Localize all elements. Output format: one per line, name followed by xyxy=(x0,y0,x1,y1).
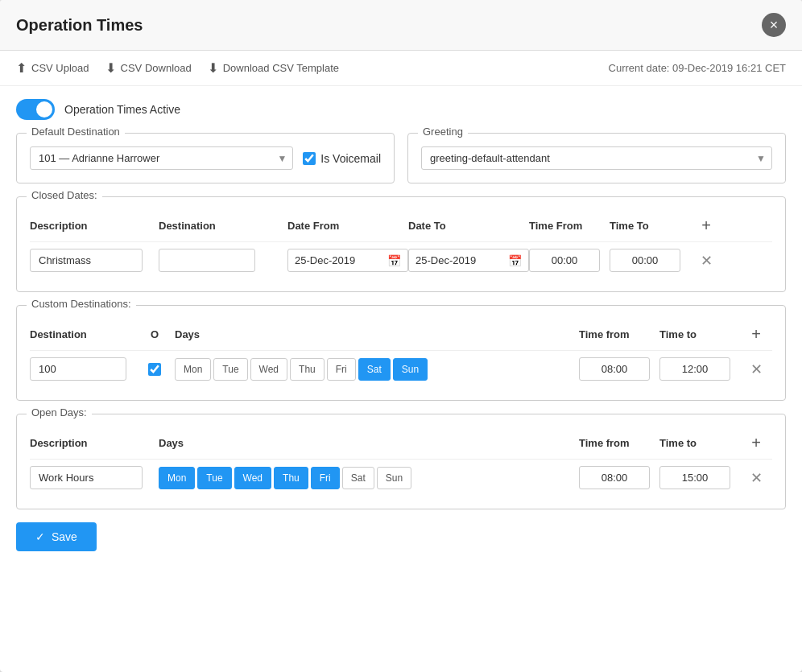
remove-closed-date-button[interactable]: ✕ xyxy=(697,252,716,270)
cd-time-from-input[interactable] xyxy=(579,357,650,381)
default-destination-content: 101 — Adrianne Harrower ▼ Is Voicemail xyxy=(17,134,394,183)
greeting-content: greeting-default-attendant ▼ xyxy=(408,134,785,183)
cd-day-sat[interactable]: Sat xyxy=(358,358,391,381)
cd-dest-cell xyxy=(30,357,134,381)
od-day-tue[interactable]: Tue xyxy=(197,467,231,489)
add-custom-destination-button[interactable]: + xyxy=(748,325,764,344)
od-day-sun[interactable]: Sun xyxy=(377,467,411,489)
modal-header: Operation Times × xyxy=(0,0,802,51)
toolbar-left: ⬆ CSV Upload ⬇ CSV Download ⬇ Download C… xyxy=(16,60,339,76)
od-time-from-cell xyxy=(579,466,659,489)
closed-date-remove-cell: ✕ xyxy=(690,252,722,270)
od-time-to-input[interactable] xyxy=(659,466,730,489)
od-day-wed[interactable]: Wed xyxy=(234,467,271,489)
download-icon: ⬇ xyxy=(105,60,116,76)
od-time-to-cell xyxy=(659,466,740,489)
od-day-sat[interactable]: Sat xyxy=(342,467,374,489)
add-open-day-button[interactable]: + xyxy=(748,434,764,452)
toggle-label: Operation Times Active xyxy=(64,103,180,116)
download-csv-template-button[interactable]: ⬇ Download CSV Template xyxy=(208,60,339,76)
closed-date-from-picker: 📅 xyxy=(287,249,408,272)
od-description-input[interactable] xyxy=(30,466,143,489)
closed-dates-section: Closed Dates: Description Destination Da… xyxy=(16,196,786,292)
open-days-header: Description Days Time from Time to + xyxy=(30,427,772,460)
closed-date-to-cell: 📅 xyxy=(408,249,529,272)
closed-dates-row: 📅 📅 xyxy=(30,242,772,278)
closed-date-to-input[interactable] xyxy=(415,253,505,268)
is-voicemail-checkbox[interactable] xyxy=(303,152,316,165)
closed-date-destination-cell xyxy=(159,249,287,272)
closed-date-from-input[interactable] xyxy=(295,253,384,268)
greeting-select[interactable]: greeting-default-attendant xyxy=(421,146,772,170)
add-closed-date-button[interactable]: + xyxy=(698,216,714,235)
is-voicemail-row: Is Voicemail xyxy=(303,152,381,165)
cd-col-add: + xyxy=(740,325,772,344)
custom-destinations-section: Custom Destinations: Destination O Days … xyxy=(16,305,786,401)
closed-date-description-cell xyxy=(30,249,159,272)
operation-times-toggle[interactable] xyxy=(16,99,55,120)
cd-o-cell xyxy=(134,363,175,376)
csv-download-button[interactable]: ⬇ CSV Download xyxy=(105,60,192,76)
calendar-to-icon[interactable]: 📅 xyxy=(508,254,522,267)
closed-date-to-picker: 📅 xyxy=(408,249,529,272)
od-time-from-input[interactable] xyxy=(579,466,650,489)
calendar-icon[interactable]: 📅 xyxy=(387,254,401,267)
custom-dest-row: Mon Tue Wed Thu Fri Sat Sun xyxy=(30,351,772,387)
cd-col-o: O xyxy=(134,328,175,340)
cd-days-cell: Mon Tue Wed Thu Fri Sat Sun xyxy=(175,358,579,381)
od-col-add: + xyxy=(740,434,772,452)
od-day-fri[interactable]: Fri xyxy=(311,467,340,489)
closed-time-to-input[interactable] xyxy=(610,249,680,272)
od-day-mon[interactable]: Mon xyxy=(159,467,195,489)
cd-day-fri[interactable]: Fri xyxy=(327,358,356,381)
current-date: Current date: 09-Dec-2019 16:21 CET xyxy=(609,62,786,74)
open-days-content: Description Days Time from Time to + xyxy=(17,414,785,509)
closed-date-description-input[interactable] xyxy=(30,249,143,272)
cd-day-mon[interactable]: Mon xyxy=(175,358,211,381)
closed-dates-content: Description Destination Date From Date T… xyxy=(17,197,785,291)
od-col-time-from: Time from xyxy=(579,437,659,449)
cd-col-time-from: Time from xyxy=(579,328,659,340)
cd-day-wed[interactable]: Wed xyxy=(250,358,287,381)
cd-destination-input[interactable] xyxy=(30,357,126,381)
od-col-days: Days xyxy=(159,437,579,449)
default-destination-select[interactable]: 101 — Adrianne Harrower xyxy=(30,146,293,170)
save-label: Save xyxy=(52,530,77,543)
greeting-select-wrapper: greeting-default-attendant ▼ xyxy=(421,146,772,170)
col-header-destination: Destination xyxy=(159,220,287,232)
col-header-date-to: Date To xyxy=(408,220,529,232)
cd-day-thu[interactable]: Thu xyxy=(290,358,325,381)
closed-dates-table: Description Destination Date From Date T… xyxy=(30,210,772,278)
custom-dest-header: Destination O Days Time from Time to + xyxy=(30,319,772,351)
closed-time-from-input[interactable] xyxy=(529,249,600,272)
default-destination-legend: Default Destination xyxy=(27,126,125,138)
cd-time-from-cell xyxy=(579,357,659,381)
custom-destinations-legend: Custom Destinations: xyxy=(27,298,136,310)
closed-date-destination-input[interactable] xyxy=(159,249,255,272)
greeting-legend: Greeting xyxy=(418,126,468,138)
cd-time-to-input[interactable] xyxy=(659,357,730,381)
remove-custom-dest-button[interactable]: ✕ xyxy=(747,361,766,378)
save-button[interactable]: ✓ Save xyxy=(16,522,97,551)
toolbar: ⬆ CSV Upload ⬇ CSV Download ⬇ Download C… xyxy=(0,51,802,86)
cd-day-tue[interactable]: Tue xyxy=(213,358,247,381)
od-days-cell: Mon Tue Wed Thu Fri Sat Sun xyxy=(159,467,579,489)
od-days-group: Mon Tue Wed Thu Fri Sat Sun xyxy=(159,467,579,489)
close-button[interactable]: × xyxy=(762,13,786,37)
od-col-description: Description xyxy=(30,437,159,449)
od-remove-cell: ✕ xyxy=(740,469,772,487)
col-header-time-from: Time From xyxy=(529,220,610,232)
open-days-legend: Open Days: xyxy=(27,406,92,418)
cd-col-days: Days xyxy=(175,328,579,340)
cd-remove-cell: ✕ xyxy=(740,361,772,378)
open-days-section: Open Days: Description Days Time from Ti… xyxy=(16,414,786,509)
csv-upload-button[interactable]: ⬆ CSV Upload xyxy=(16,60,89,76)
col-header-date-from: Date From xyxy=(287,220,408,232)
remove-open-day-button[interactable]: ✕ xyxy=(747,469,766,487)
od-day-thu[interactable]: Thu xyxy=(274,467,308,489)
top-form-row: Default Destination 101 — Adrianne Harro… xyxy=(16,133,786,196)
save-checkmark-icon: ✓ xyxy=(35,530,45,543)
cd-day-sun[interactable]: Sun xyxy=(393,358,428,381)
cd-o-checkbox[interactable] xyxy=(148,363,161,376)
custom-destinations-content: Destination O Days Time from Time to + xyxy=(17,306,785,400)
